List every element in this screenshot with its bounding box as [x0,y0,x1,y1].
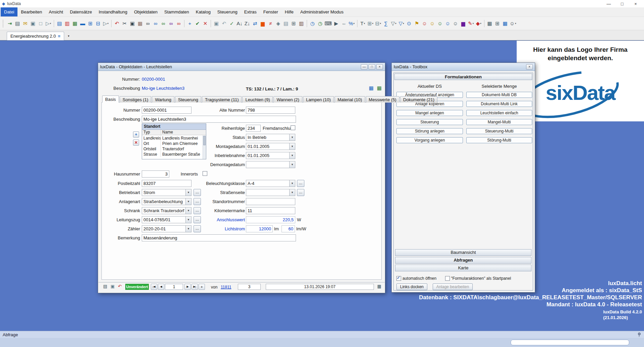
chevron-down-icon[interactable]: ▼ [185,189,191,196]
columns-icon[interactable]: ⊟▾ [375,20,382,28]
menu-item-administrativer-modus[interactable]: Administrativer Modus [297,7,347,16]
chevron-down-icon[interactable]: ▼ [289,143,295,150]
user-green-icon[interactable]: ☺ [436,20,444,28]
sum-icon[interactable]: ∑ [382,20,390,28]
nummer-input[interactable] [142,107,191,114]
menu-item-extras[interactable]: Extras [241,7,260,16]
grid-icon[interactable]: ▦ [486,20,493,28]
tiles-alt-icon[interactable]: ⊟ [94,20,102,28]
media-icon[interactable]: ▶ [333,20,340,28]
chevron-down-icon[interactable]: ▼ [289,180,295,187]
beleuchtungsklasse-browse-button[interactable]: ... [297,180,304,187]
report-icon[interactable]: ▥ [63,20,71,28]
kilometermarke-input[interactable] [246,207,295,214]
action-st-rung-multi[interactable]: Störung-Multi [466,137,532,143]
copy-icon[interactable]: ▣ [129,20,136,28]
chevron-down-icon[interactable]: ▼ [289,134,295,141]
beleuchtungsklasse-combo[interactable]: A-4▼ [246,180,295,187]
toolbar-grip[interactable] [3,20,4,27]
menu-item-katalog[interactable]: Katalog [192,7,214,16]
chevron-down-icon[interactable]: ▼ [185,207,191,214]
sort-desc-icon[interactable]: Z↓ [244,20,251,28]
leitungszug-combo[interactable]: 0014-0765/01▼ [142,216,191,223]
action-steuerung[interactable]: Steuerung [396,119,463,125]
tiles-icon[interactable]: ⊞ [87,20,94,28]
table-report-icon[interactable]: ▦ [71,20,79,28]
chevron-down-icon[interactable]: ▼ [185,217,191,223]
action-mangel-multi[interactable]: Mangel-Multi [466,119,532,125]
find-selection-icon[interactable]: ∞ [167,20,175,28]
action-leuchtstellen-einfach[interactable]: Leuchtstellen einfach [466,110,532,116]
auto-open-checkbox[interactable] [396,276,401,281]
page-export-icon[interactable]: ▷▾ [45,20,52,28]
inbetriebnahme-combo[interactable]: 01.01.2005▼ [246,152,295,159]
keyboard-icon[interactable]: ⌨ [324,20,332,28]
standort-row[interactable]: StrasseBauernberger Straße [142,152,203,157]
schrank-combo[interactable]: Schrank Trautersdorf▼ [142,207,191,214]
grid-add-icon[interactable]: ⊞ [494,20,501,28]
panel-baumansicht[interactable]: Baumansicht [395,249,531,256]
total-records-link[interactable]: 11811 [221,285,231,290]
document-icon[interactable]: ▤ [56,20,63,28]
new-page-icon[interactable]: □ [37,20,44,28]
monitor-icon[interactable]: ▬ [79,20,86,28]
tag-red-icon[interactable]: ◆▾ [475,20,482,28]
sort-asc-icon[interactable]: A↓ [236,20,243,28]
link-icon[interactable]: ⇔ [340,20,348,28]
tools-icon[interactable]: ✎▾ [467,20,475,28]
first-record-button[interactable]: |◀ [151,284,157,290]
revert-icon[interactable]: ↶ [220,20,228,28]
layout-icon[interactable]: ⊞▾ [367,20,374,28]
print-icon[interactable]: ▤ [14,20,21,28]
page-forward-icon[interactable]: ▷▾ [102,20,110,28]
chevron-down-icon[interactable]: ▼ [185,198,191,205]
view-tab-energieabrechnung[interactable]: Energieabrechnung 2.0 ≡ [7,32,64,40]
copy-page-icon[interactable]: ▣ [29,20,37,28]
menu-item-instandhaltung[interactable]: Instandhaltung [95,7,131,16]
menu-item-hilfe[interactable]: Hilfe [282,7,297,16]
chart-icon[interactable]: ▆ [259,20,266,28]
last-record-button[interactable]: ▶| [191,284,198,290]
action-vorgang-anlegen[interactable]: Vorgang anlegen [396,137,463,143]
montagedatum-combo[interactable]: 01.01.2005▼ [246,143,295,150]
action-st-rung-anlegen[interactable]: Störung anlegen [396,128,463,134]
find-icon[interactable]: ∞ [144,20,152,28]
menu-item-steuerung[interactable]: Steuerung [214,7,241,16]
spellcheck-icon[interactable]: ✓ [228,20,235,28]
alte-nummer-input[interactable] [246,107,295,114]
chevron-down-icon[interactable]: ▼ [289,152,295,159]
post-edit-icon[interactable]: ✔ [194,20,201,28]
panel-karte[interactable]: Karte [395,265,531,271]
toolbox-titlebar[interactable]: luxData - Toolbox × [392,63,535,71]
lock-icon[interactable]: ◈ [274,20,282,28]
user-key-icon[interactable]: ☺ [452,20,459,28]
action-dokument-multi-db[interactable]: Dokument-Multi DB [466,92,532,98]
stats-icon[interactable]: ▆ [460,20,467,28]
close-button[interactable]: × [526,64,533,70]
chevron-down-icon[interactable]: ▼ [289,161,295,168]
new-record-button[interactable]: + [199,284,205,290]
card-icon[interactable]: ▥ [298,20,305,28]
menu-item-stammdaten[interactable]: Stammdaten [161,7,192,16]
strassenseite-browse-button[interactable]: ... [297,189,304,196]
menu-item-datei[interactable]: Datei [1,7,17,16]
standort-row[interactable]: OrtsteilTrautersdorf [142,146,203,152]
maximize-button[interactable]: □ [619,1,625,6]
action-dokument-multi-link[interactable]: Dokument-Multi Link [466,101,532,107]
status-combo[interactable]: In Betrieb▼ [246,134,295,141]
add-record-icon[interactable]: + [186,20,194,28]
grid-view-icon[interactable]: ▦ [502,20,509,28]
chevron-down-icon[interactable]: ▼ [185,226,191,232]
refresh-icon[interactable]: ⇄ [251,20,259,28]
flag-icon[interactable]: ⚑ [413,20,421,28]
previous-record-button[interactable]: ◀ [158,284,164,290]
postleitzahl-input[interactable] [142,180,191,187]
clock-icon[interactable]: ◷ [309,20,316,28]
history-icon[interactable]: ◷ [316,20,324,28]
standort-row[interactable]: OrtPrien am Chiemsee [142,141,203,146]
calendar-icon[interactable]: ▦ [377,284,381,289]
filter-icon[interactable]: ▽▾ [398,20,405,28]
panel-title[interactable]: Formularaktionen [394,74,532,80]
filter-text-icon[interactable]: T▾ [359,20,367,28]
anlagenart-combo[interactable]: Straßenbeleuchtung▼ [142,198,191,205]
